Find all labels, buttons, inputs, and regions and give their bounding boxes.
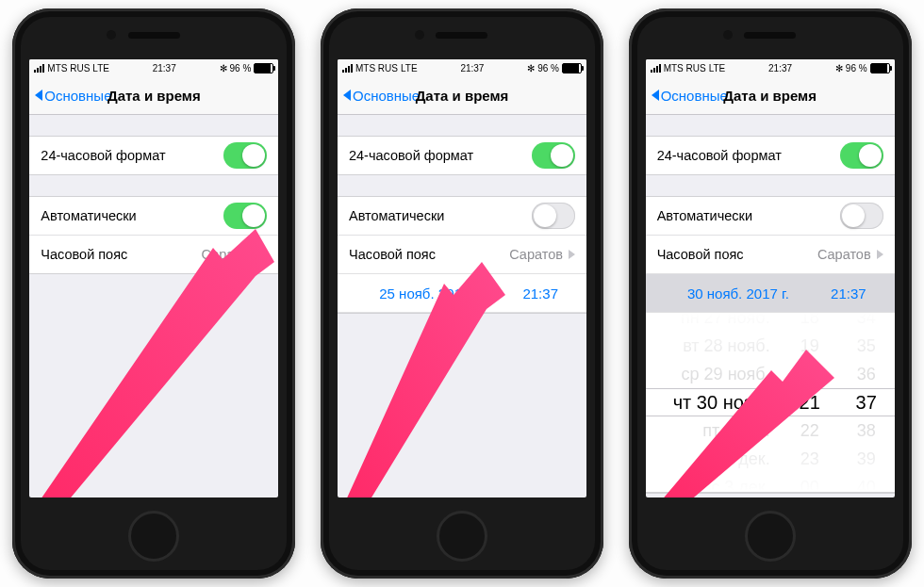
phone-camera	[107, 30, 116, 40]
back-button[interactable]: Основные	[35, 88, 111, 104]
back-button[interactable]: Основные	[652, 88, 728, 104]
picker-item: 22	[800, 416, 819, 445]
battery-icon	[870, 63, 890, 73]
cell-label: Часовой пояс	[41, 247, 127, 262]
phone-speaker	[436, 32, 487, 39]
back-label: Основные	[661, 88, 728, 104]
bluetooth-icon: ✻	[527, 63, 535, 73]
battery-pct: 96 %	[846, 63, 867, 73]
picker-item: вт 28 нояб.	[683, 332, 769, 360]
datetime-time: 21:37	[522, 285, 558, 302]
cell-automatic: Автоматически	[338, 197, 586, 236]
picker-item: пт 1 дек.	[702, 416, 769, 445]
timezone-value: Саратов	[202, 247, 256, 262]
picker-item: пн 27 нояб.	[681, 313, 770, 332]
signal-icon	[34, 64, 44, 73]
cell-label: Автоматически	[657, 208, 752, 223]
cell-automatic: Автоматически	[646, 197, 895, 236]
picker-item: 00	[800, 473, 819, 493]
network-label: LTE	[401, 63, 418, 73]
status-time: 21:37	[768, 63, 792, 73]
carrier-label: MTS RUS	[355, 63, 398, 73]
battery-pct: 96 %	[230, 63, 252, 73]
chevron-left-icon	[652, 90, 659, 101]
timezone-value: Саратов	[817, 247, 871, 262]
status-time: 21:37	[153, 63, 176, 73]
screen: MTS RUS LTE 21:37 ✻ 96 % Основные Дата и…	[646, 59, 895, 497]
bluetooth-icon: ✻	[835, 63, 843, 73]
nav-bar: Основные Дата и время	[338, 76, 586, 115]
picker-item: 20	[800, 360, 819, 388]
chevron-left-icon	[343, 90, 351, 101]
cell-label: Часовой пояс	[657, 247, 744, 262]
cell-label: 24-часовой формат	[657, 148, 782, 163]
cell-timezone[interactable]: Часовой пояс Саратов	[338, 236, 586, 274]
nav-bar: Основные Дата и время	[29, 76, 278, 115]
signal-icon	[651, 64, 661, 73]
toggle-automatic[interactable]	[223, 203, 267, 229]
datetime-time: 21:37	[831, 285, 866, 302]
picker-item: ср 29 нояб.	[682, 360, 770, 388]
cell-24hour: 24-часовой формат	[338, 137, 586, 174]
home-button[interactable]	[437, 511, 487, 562]
cell-label: 24-часовой формат	[41, 148, 165, 163]
screen: MTS RUS LTE 21:37 ✻ 96 % Основные Дата и…	[29, 59, 278, 497]
picker-item: 18	[800, 313, 819, 332]
picker-item: 34	[857, 313, 876, 332]
cell-label: Автоматически	[41, 208, 136, 223]
cell-datetime[interactable]: 25 нояб. 2017 г. 21:37	[338, 274, 586, 313]
toggle-24hour[interactable]	[840, 142, 883, 169]
picker-col-hour[interactable]: 18 19 20 21 22 23 00	[782, 313, 838, 492]
phone-frame: MTS RUS LTE 21:37 ✻ 96 % Основные Дата и…	[321, 8, 603, 579]
picker-col-date[interactable]: пн 27 нояб. вт 28 нояб. ср 29 нояб. чт 3…	[646, 313, 782, 492]
chevron-right-icon	[877, 250, 883, 259]
phone-speaker	[744, 32, 796, 39]
cell-label: 24-часовой формат	[349, 148, 473, 163]
status-bar: MTS RUS LTE 21:37 ✻ 96 %	[29, 59, 278, 76]
datetime-date: 30 нояб. 2017 г.	[646, 285, 831, 302]
cell-24hour: 24-часовой формат	[29, 137, 278, 174]
back-button[interactable]: Основные	[343, 88, 420, 104]
back-label: Основные	[44, 88, 111, 104]
picker-item: 38	[857, 416, 876, 445]
network-label: LTE	[709, 63, 726, 73]
chevron-right-icon	[260, 250, 267, 259]
toggle-24hour[interactable]	[223, 142, 267, 169]
home-button[interactable]	[128, 511, 179, 562]
picker-item-selected: 21	[800, 388, 820, 416]
status-time: 21:37	[460, 63, 484, 73]
screen: MTS RUS LTE 21:37 ✻ 96 % Основные Дата и…	[338, 59, 586, 497]
cell-timezone[interactable]: Часовой пояс Саратов	[646, 236, 895, 274]
cell-datetime[interactable]: 30 нояб. 2017 г. 21:37	[646, 274, 895, 313]
picker-item-selected: чт 30 нояб.	[673, 388, 770, 416]
datetime-date: 25 нояб. 2017 г.	[338, 285, 522, 302]
phone-frame: MTS RUS LTE 21:37 ✻ 96 % Основные Дата и…	[12, 8, 295, 579]
picker-item: 19	[800, 332, 819, 360]
picker-item: 40	[857, 473, 876, 493]
phone-camera	[723, 30, 733, 40]
cell-timezone[interactable]: Часовой пояс Саратов	[29, 236, 278, 273]
signal-icon	[342, 64, 353, 73]
carrier-label: MTS RUS	[664, 63, 706, 73]
datetime-picker[interactable]: пн 27 нояб. вт 28 нояб. ср 29 нояб. чт 3…	[646, 313, 895, 493]
toggle-automatic[interactable]	[840, 203, 883, 229]
phone-camera	[415, 30, 424, 40]
home-button[interactable]	[745, 511, 796, 562]
battery-icon	[254, 63, 273, 73]
picker-item: сб 2 дек.	[701, 445, 770, 473]
picker-item: 39	[857, 445, 876, 473]
toggle-automatic[interactable]	[532, 203, 575, 229]
chevron-right-icon	[569, 250, 575, 259]
picker-item: вс 3 дек.	[702, 473, 770, 493]
picker-item-selected: 37	[856, 388, 877, 416]
carrier-label: MTS RUS	[47, 63, 90, 73]
picker-item: 35	[857, 332, 876, 360]
toggle-24hour[interactable]	[532, 142, 575, 169]
picker-col-minute[interactable]: 34 35 36 37 38 39 40	[838, 313, 895, 492]
phone-speaker	[128, 32, 180, 39]
nav-bar: Основные Дата и время	[646, 76, 895, 115]
phone-frame: MTS RUS LTE 21:37 ✻ 96 % Основные Дата и…	[629, 8, 912, 579]
picker-item: 23	[800, 445, 819, 473]
picker-item: 36	[857, 360, 876, 388]
cell-label: Автоматически	[349, 208, 444, 223]
